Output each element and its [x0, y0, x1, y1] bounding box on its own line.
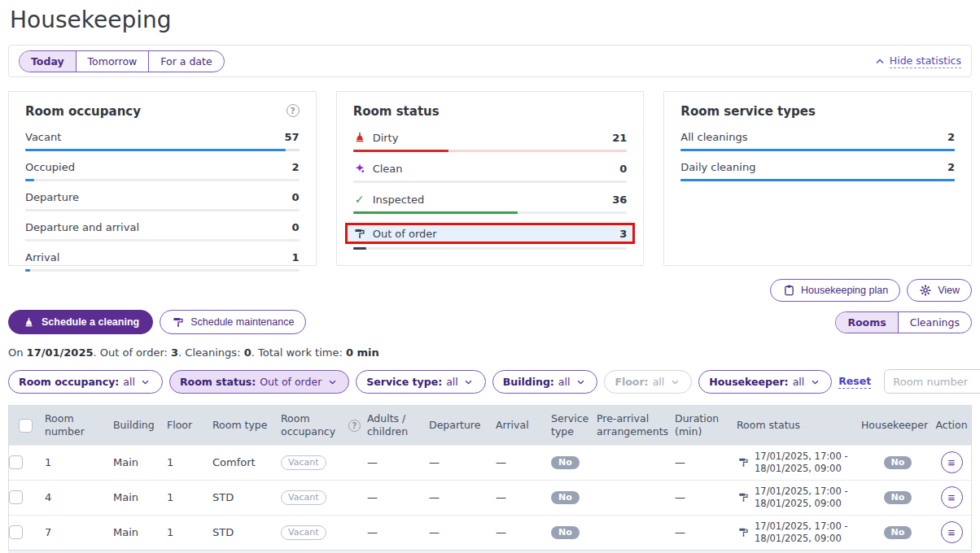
tab-rooms[interactable]: Rooms — [836, 312, 897, 333]
stat-row-inspected[interactable]: ✓ Inspected 36 — [353, 192, 628, 214]
stat-row-departure-arrival[interactable]: Departure and arrival0 — [25, 220, 300, 242]
stat-row-vacant[interactable]: Vacant57 — [25, 130, 300, 151]
progress-bar — [25, 209, 300, 211]
help-icon[interactable]: ? — [287, 104, 300, 117]
col-departure: Departure — [429, 413, 496, 438]
row-actions-button[interactable]: ≡ — [941, 521, 963, 543]
col-room-number: Room number — [45, 407, 113, 445]
progress-bar — [25, 149, 300, 151]
tab-for-a-date[interactable]: For a date — [148, 51, 223, 72]
col-pre-arrival: Pre-arrival arrangements — [597, 407, 675, 445]
progress-bar — [25, 269, 300, 272]
stat-row-clean[interactable]: Clean 0 — [353, 161, 628, 183]
room-status-dates: 17/01/2025, 17:00 -18/01/2025, 09:00 — [755, 520, 848, 545]
occupancy-badge: Vacant — [281, 455, 326, 470]
roller-icon — [737, 491, 750, 504]
col-service-type: Service type — [551, 407, 597, 445]
schedule-maintenance-button[interactable]: Schedule maintenance — [160, 310, 306, 334]
room-status-dates: 17/01/2025, 17:00 -18/01/2025, 09:00 — [755, 451, 848, 475]
out-of-order-annotation: Out of order 3 — [345, 223, 636, 244]
progress-bar — [353, 150, 628, 152]
table-row: 7 Main 1 STD Vacant — — — No — 17/01/202… — [9, 515, 971, 550]
progress-bar — [680, 149, 955, 151]
col-action: Action — [932, 413, 971, 438]
stat-row-dirty[interactable]: Dirty 21 — [353, 130, 628, 152]
col-arrival: Arrival — [496, 413, 551, 438]
reset-filters-link[interactable]: Reset — [838, 375, 871, 389]
col-adults-children: Adults / children — [367, 407, 429, 445]
select-all-checkbox[interactable] — [19, 419, 33, 433]
filter-service-type[interactable]: Service type:all — [356, 370, 485, 394]
row-checkbox[interactable] — [9, 525, 23, 539]
progress-bar — [680, 179, 955, 181]
row-checkbox[interactable] — [9, 455, 23, 469]
housekeeping-plan-button[interactable]: Housekeeping plan — [770, 279, 900, 302]
occupancy-badge: Vacant — [281, 525, 326, 540]
stat-row-all-cleanings[interactable]: All cleanings2 — [680, 130, 955, 151]
stat-row-arrival[interactable]: Arrival1 — [25, 250, 300, 272]
filter-building[interactable]: Building:all — [492, 370, 598, 394]
rooms-table: Room number Building Floor Room type Roo… — [8, 405, 972, 551]
chevron-down-icon — [139, 376, 152, 389]
page-title: Housekeeping — [8, 0, 972, 45]
view-button[interactable]: View — [907, 279, 972, 302]
stat-row-departure[interactable]: Departure0 — [25, 190, 300, 211]
table-row: 1 Main 1 Comfort Vacant — — — No — 17/01… — [9, 445, 971, 480]
menu-icon: ≡ — [948, 456, 956, 468]
progress-bar — [353, 247, 628, 250]
col-floor: Floor — [167, 413, 212, 438]
menu-icon: ≡ — [948, 491, 956, 503]
tab-today[interactable]: Today — [20, 51, 76, 72]
room-number-input[interactable] — [884, 369, 980, 394]
col-housekeeper: Housekeeper — [864, 413, 932, 438]
col-building: Building — [113, 413, 167, 438]
chevron-down-icon — [668, 376, 681, 389]
tab-cleanings[interactable]: Cleanings — [898, 312, 971, 333]
roller-icon — [737, 456, 750, 469]
housekeeper-badge: No — [884, 491, 912, 504]
card-title: Room occupancy — [25, 104, 141, 119]
service-type-badge: No — [551, 526, 580, 539]
filter-room-occupancy[interactable]: Room occupancy:all — [8, 370, 163, 394]
room-status-card: Room status Dirty 21 — [336, 91, 645, 266]
row-actions-button[interactable]: ≡ — [941, 451, 963, 473]
table-row: 4 Main 1 STD Vacant — — — No — 17/01/202… — [9, 480, 971, 515]
room-service-types-card: Room service types All cleanings2 Daily … — [663, 91, 972, 266]
schedule-cleaning-button[interactable]: Schedule a cleaning — [8, 310, 153, 334]
filter-bar: Room occupancy:all Room status:Out of or… — [8, 369, 972, 394]
chevron-down-icon — [808, 376, 821, 389]
hide-statistics-link[interactable]: Hide statistics — [873, 54, 961, 68]
filter-housekeeper[interactable]: Housekeeper:all — [698, 370, 832, 394]
day-summary: On 17/01/2025. Out of order: 3. Cleaning… — [8, 346, 972, 359]
menu-icon: ≡ — [948, 526, 956, 538]
stat-row-out-of-order[interactable]: Out of order 3 — [353, 223, 628, 250]
row-checkbox[interactable] — [9, 490, 23, 504]
broom-icon — [353, 131, 366, 144]
table-header-row: Room number Building Floor Room type Roo… — [9, 406, 971, 445]
room-occupancy-card: Room occupancy ? Vacant57 Occupied2 Depa… — [8, 91, 317, 266]
check-icon: ✓ — [353, 193, 366, 206]
stat-row-daily-cleaning[interactable]: Daily cleaning2 — [680, 160, 955, 181]
row-actions-button[interactable]: ≡ — [941, 486, 963, 508]
filter-room-status[interactable]: Room status:Out of order — [169, 370, 349, 394]
service-type-badge: No — [551, 456, 580, 469]
date-tabs: Today Tomorrow For a date — [19, 50, 225, 72]
progress-bar — [353, 181, 628, 183]
col-room-occupancy: Room occupancy? — [281, 407, 367, 445]
help-icon[interactable]: ? — [348, 420, 361, 432]
chevron-down-icon — [326, 376, 339, 389]
page-bottom-strip — [8, 551, 972, 553]
housekeeper-badge: No — [884, 526, 912, 539]
tab-tomorrow[interactable]: Tomorrow — [76, 51, 149, 72]
roller-icon — [172, 316, 185, 329]
stat-row-occupied[interactable]: Occupied2 — [25, 160, 300, 181]
chevron-down-icon — [574, 376, 587, 389]
rooms-cleanings-toggle: Rooms Cleanings — [835, 311, 972, 333]
date-toolbar: Today Tomorrow For a date Hide statistic… — [8, 45, 972, 77]
progress-bar — [25, 239, 300, 242]
gear-icon — [919, 284, 932, 297]
progress-bar — [25, 179, 300, 181]
sparkle-icon — [353, 162, 366, 175]
card-title: Room service types — [680, 104, 816, 119]
card-title: Room status — [353, 104, 440, 119]
